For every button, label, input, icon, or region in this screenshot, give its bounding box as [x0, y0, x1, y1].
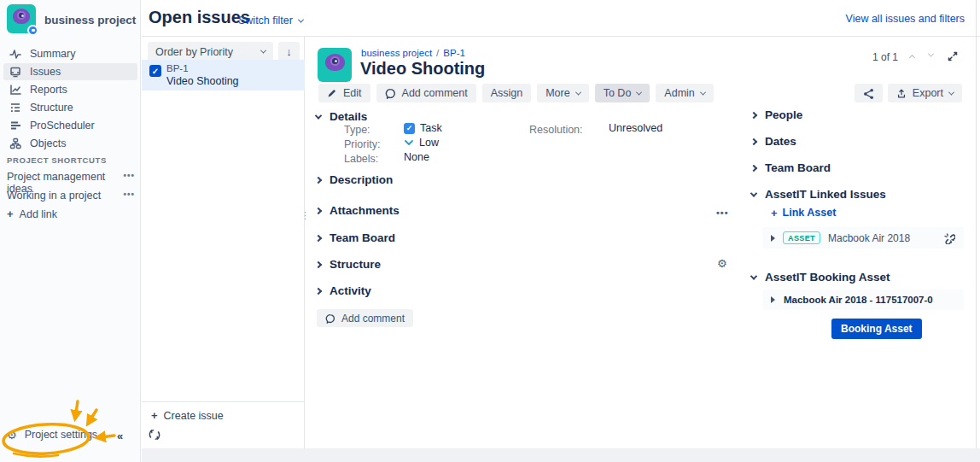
section-description[interactable]: Description: [316, 173, 393, 186]
comment-bubble-icon: [325, 313, 335, 324]
bottom-strip: [142, 448, 980, 462]
section-team-board-right[interactable]: Team Board: [751, 161, 831, 174]
unlink-asset-icon[interactable]: [943, 232, 955, 244]
view-all-issues-link[interactable]: View all issues and filters: [846, 13, 965, 25]
attachments-more-icon[interactable]: •••: [716, 208, 729, 218]
chevron-down-icon: [750, 190, 757, 196]
shortcut-more-icon[interactable]: •••: [123, 190, 135, 202]
section-people[interactable]: People: [751, 108, 802, 121]
gear-icon: ⚙: [7, 430, 17, 441]
linked-asset-row[interactable]: ASSET Macbook Air 2018: [762, 227, 964, 249]
shortcut-working-in-a-project[interactable]: Working in a project •••: [7, 190, 135, 202]
issue-key: BP-1: [166, 63, 189, 73]
expand-triangle-icon[interactable]: [771, 235, 775, 242]
chevron-down-icon: [315, 112, 322, 119]
issue-detail-panel: business project / BP-1 Video Shooting 1…: [305, 37, 980, 448]
priority-low-icon: [404, 137, 414, 148]
issue-checkbox[interactable]: ✓: [149, 65, 161, 77]
order-by-select[interactable]: Order by Priority: [148, 42, 273, 61]
camera-illustration: [13, 9, 30, 24]
edit-button[interactable]: Edit: [318, 84, 370, 102]
switch-filter-link[interactable]: Switch filter: [238, 15, 303, 26]
app-window: business project Summary Issues Reports …: [0, 0, 980, 462]
issue-type-avatar: [318, 48, 352, 82]
scrollbar-track[interactable]: [976, 0, 977, 448]
issue-summary: Video Shooting: [166, 75, 239, 87]
type-label: Type:: [344, 124, 370, 136]
labels-value: None: [404, 151, 429, 163]
plus-icon: +: [7, 208, 14, 220]
issue-list-item[interactable]: ✓ BP-1 Video Shooting: [142, 60, 305, 91]
section-attachments[interactable]: Attachments: [316, 204, 400, 217]
project-shortcuts-header: PROJECT SHORTCUTS: [7, 155, 107, 165]
structure-icon: [9, 102, 21, 114]
project-type-badge-icon: [27, 25, 38, 36]
admin-dropdown-button[interactable]: Admin: [656, 84, 713, 102]
breadcrumb-project-link[interactable]: business project: [361, 48, 432, 58]
export-dropdown-button[interactable]: Export: [888, 84, 962, 102]
assign-button[interactable]: Assign: [482, 84, 532, 102]
add-link-button[interactable]: + Add link: [7, 208, 57, 220]
chevron-right-icon: [750, 111, 757, 118]
chevron-right-icon: [315, 287, 322, 294]
project-settings-button[interactable]: ⚙ Project settings: [7, 429, 97, 441]
expand-fullscreen-icon[interactable]: [947, 50, 959, 66]
expand-triangle-icon[interactable]: [771, 296, 775, 303]
chevron-down-icon: [575, 89, 581, 95]
breadcrumb-issue-link[interactable]: BP-1: [443, 48, 465, 58]
section-assetit-booking-asset[interactable]: AssetIT Booking Asset: [751, 271, 890, 284]
sidebar-item-reports[interactable]: Reports: [3, 81, 137, 98]
page-header: Open issues Switch filter View all issue…: [142, 0, 980, 37]
structure-settings-gear-icon[interactable]: ⚙: [717, 257, 727, 270]
export-icon: [896, 88, 907, 99]
section-team-board[interactable]: Team Board: [316, 231, 395, 244]
create-issue-button[interactable]: + Create issue: [142, 401, 305, 422]
status-dropdown-button[interactable]: To Do: [595, 84, 650, 102]
issue-list-panel: Order by Priority ↓ ✓ BP-1 Video Shootin…: [142, 37, 305, 448]
task-type-icon: ✓: [404, 123, 415, 134]
chevron-down-icon: [700, 89, 706, 95]
link-asset-button[interactable]: + Link Asset: [771, 207, 836, 219]
page-title: Open issues: [149, 8, 250, 27]
priority-value: Low: [404, 137, 439, 149]
sidebar-item-proscheduler[interactable]: ProScheduler: [3, 117, 137, 134]
share-export-group: Export: [855, 84, 962, 102]
previous-issue-icon[interactable]: [909, 55, 915, 61]
resolution-label: Resolution:: [529, 124, 583, 136]
chevron-right-icon: [315, 234, 322, 241]
sidebar-item-structure[interactable]: Structure: [3, 99, 137, 116]
more-dropdown-button[interactable]: More: [537, 84, 588, 102]
check-icon: ✓: [152, 67, 159, 76]
sidebar-item-issues[interactable]: Issues: [3, 63, 137, 80]
type-value: ✓ Task: [404, 122, 442, 134]
project-avatar: [7, 4, 36, 33]
priority-label: Priority:: [344, 138, 380, 150]
objects-tree-icon: [9, 137, 21, 149]
pager-text: 1 of 1: [872, 51, 898, 63]
chevron-down-icon: [260, 48, 266, 54]
sidebar-item-summary[interactable]: Summary: [3, 45, 137, 62]
breadcrumb: business project / BP-1: [361, 48, 465, 58]
section-assetit-linked-issues[interactable]: AssetIT Linked Issues: [751, 188, 886, 201]
section-activity[interactable]: Activity: [316, 284, 371, 297]
plus-icon: +: [151, 410, 158, 422]
proscheduler-icon: [9, 120, 21, 132]
add-comment-footer-button[interactable]: Add comment: [317, 309, 413, 327]
booking-asset-button[interactable]: Booking Asset: [831, 319, 922, 339]
sidebar-item-objects[interactable]: Objects: [3, 135, 137, 152]
reports-chart-icon: [9, 84, 21, 96]
section-dates[interactable]: Dates: [751, 135, 796, 148]
booking-asset-row[interactable]: Macbook Air 2018 - 117517007-0: [762, 289, 964, 310]
chevron-right-icon: [750, 137, 757, 144]
sort-direction-button[interactable]: ↓: [278, 42, 300, 61]
issue-toolbar: Edit Add comment Assign More To Do Admin: [318, 84, 714, 102]
share-button[interactable]: [855, 84, 883, 102]
section-structure[interactable]: Structure: [316, 258, 381, 271]
panel-resize-handle[interactable]: ⋮: [300, 213, 306, 217]
section-details[interactable]: Details: [316, 110, 367, 123]
refresh-icon[interactable]: [148, 428, 163, 443]
chevron-down-icon: [298, 16, 304, 22]
next-issue-icon[interactable]: [928, 51, 934, 57]
collapse-sidebar-icon[interactable]: «: [117, 430, 123, 442]
add-comment-button[interactable]: Add comment: [376, 84, 476, 102]
